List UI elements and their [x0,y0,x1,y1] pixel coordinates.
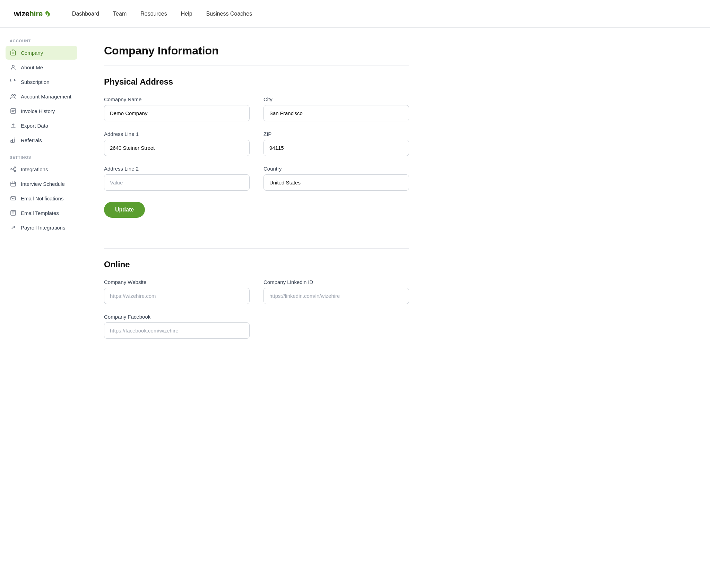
sidebar-item-referrals-label: Referrals [21,137,42,143]
website-input[interactable] [104,288,250,304]
sidebar-item-email-notifications-label: Email Notifications [21,196,63,201]
nav-business-coaches[interactable]: Business Coaches [206,11,252,17]
sidebar-item-subscription[interactable]: Subscription [6,75,77,89]
sidebar-item-referrals[interactable]: Referrals [6,133,77,147]
sidebar-account-label: ACCOUNT [6,39,77,43]
calendar-icon [10,180,17,187]
sidebar-item-payroll-integrations[interactable]: Payroll Integrations [6,220,77,234]
facebook-field: Company Facebook [104,314,250,339]
email-templates-icon [10,209,17,216]
zip-input[interactable] [263,140,409,156]
company-name-label: Comapny Name [104,96,250,102]
integrations-icon [10,166,17,173]
address1-field: Address Line 1 [104,131,250,156]
sidebar-item-company-label: Company [21,50,43,56]
svg-point-4 [14,95,16,96]
main-content: Company Information Physical Address Com… [83,28,430,588]
sidebar-settings-label: SETTINGS [6,155,77,159]
nav-dashboard[interactable]: Dashboard [72,11,99,17]
page-layout: ACCOUNT Company About Me Subscription Ac… [0,28,710,588]
sidebar-item-interview-schedule[interactable]: Interview Schedule [6,177,77,191]
subscription-icon [10,78,17,85]
export-icon [10,122,17,129]
sidebar-item-export-data[interactable]: Export Data [6,119,77,132]
linkedin-field: Company Linkedin ID [263,279,409,304]
online-form: Company Website Company Linkedin ID Comp… [104,279,409,339]
svg-rect-5 [11,109,16,113]
sidebar-item-invoice-history[interactable]: Invoice History [6,104,77,118]
sidebar-item-interview-schedule-label: Interview Schedule [21,181,65,187]
logo[interactable]: wizehire [14,9,51,18]
page-title: Company Information [104,44,409,57]
referrals-icon [10,137,17,144]
country-input[interactable] [263,174,409,191]
address2-input[interactable] [104,174,250,191]
svg-rect-7 [12,139,14,142]
sidebar: ACCOUNT Company About Me Subscription Ac… [0,28,83,588]
person-icon [10,64,17,71]
company-name-field: Comapny Name [104,96,250,121]
sidebar-item-account-management[interactable]: Account Management [6,89,77,103]
section-divider-online [104,248,409,249]
svg-point-2 [12,65,14,67]
physical-address-section: Physical Address Comapny Name City Addre… [104,77,409,232]
sidebar-item-account-management-label: Account Management [21,94,71,100]
facebook-label: Company Facebook [104,314,250,320]
nav-help[interactable]: Help [181,11,192,17]
svg-rect-1 [12,52,14,54]
svg-point-10 [14,170,16,172]
linkedin-input[interactable] [263,288,409,304]
nav-links: Dashboard Team Resources Help Business C… [72,11,252,17]
account-management-icon [10,93,17,100]
website-field: Company Website [104,279,250,304]
payroll-icon [10,224,17,231]
company-name-input[interactable] [104,105,250,121]
company-icon [10,49,17,56]
sidebar-item-export-data-label: Export Data [21,123,48,129]
logo-text: wizehire [14,9,51,18]
city-input[interactable] [263,105,409,121]
linkedin-label: Company Linkedin ID [263,279,409,285]
sidebar-item-integrations[interactable]: Integrations [6,162,77,176]
city-field: City [263,96,409,121]
svg-point-9 [14,167,16,168]
address1-input[interactable] [104,140,250,156]
sidebar-item-email-templates[interactable]: Email Templates [6,206,77,220]
country-field: Country [263,166,409,191]
zip-field: ZIP [263,131,409,156]
sidebar-item-about-me-label: About Me [21,64,43,70]
physical-address-title: Physical Address [104,77,409,87]
topnav: wizehire Dashboard Team Resources Help B… [0,0,710,28]
city-label: City [263,96,409,102]
address2-field: Address Line 2 [104,166,250,191]
country-label: Country [263,166,409,172]
website-label: Company Website [104,279,250,285]
logo-leaf-icon [43,9,51,18]
update-button[interactable]: Update [104,202,145,218]
sidebar-item-email-notifications[interactable]: Email Notifications [6,191,77,205]
address2-label: Address Line 2 [104,166,250,172]
sidebar-item-invoice-label: Invoice History [21,108,55,114]
nav-team[interactable]: Team [113,11,127,17]
online-section: Online Company Website Company Linkedin … [104,260,409,339]
svg-point-3 [12,95,14,96]
svg-rect-11 [11,182,16,186]
facebook-input[interactable] [104,322,250,339]
nav-resources[interactable]: Resources [140,11,167,17]
sidebar-item-about-me[interactable]: About Me [6,60,77,74]
email-notifications-icon [10,195,17,202]
online-title: Online [104,260,409,269]
sidebar-item-email-templates-label: Email Templates [21,210,59,216]
sidebar-item-integrations-label: Integrations [21,166,48,172]
physical-address-form: Comapny Name City Address Line 1 ZIP Add [104,96,409,191]
zip-label: ZIP [263,131,409,137]
invoice-icon [10,107,17,114]
svg-rect-12 [11,197,16,200]
sidebar-item-payroll-label: Payroll Integrations [21,225,65,231]
title-divider [104,66,409,66]
address1-label: Address Line 1 [104,131,250,137]
sidebar-item-company[interactable]: Company [6,46,77,60]
sidebar-item-subscription-label: Subscription [21,79,50,85]
